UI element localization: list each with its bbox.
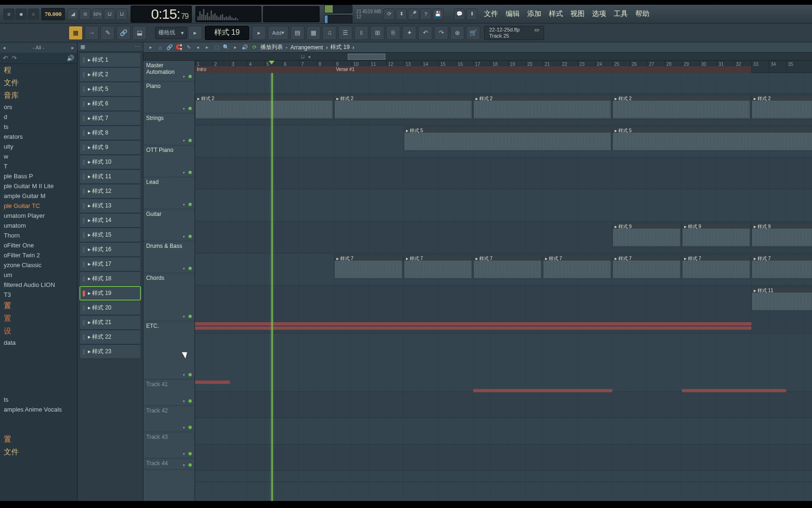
pattern-item[interactable]: ▸ 样式 14 (79, 213, 141, 228)
tempo-display[interactable]: 70.000 (41, 8, 65, 20)
track-header[interactable]: Piano▾ (143, 81, 195, 113)
automation-clip[interactable] (195, 326, 751, 330)
track-header[interactable]: Chords▾ (143, 273, 195, 321)
pattern-item[interactable]: ▸ 样式 16 (79, 242, 141, 257)
sync-icon[interactable]: ⟳ (383, 8, 395, 20)
browser-item[interactable]: yzone Classic (0, 260, 77, 270)
pl-magnet-icon[interactable]: 🧲 (175, 44, 183, 51)
play-button[interactable]: ○ (28, 8, 39, 20)
pattern-item[interactable]: ▸ 样式 20 (79, 301, 141, 315)
track-header[interactable]: Track 43▾ (143, 432, 195, 459)
browser-item[interactable]: um (0, 270, 77, 280)
browser-group[interactable]: 置 (0, 300, 77, 312)
browser-vol-icon[interactable]: 🔊 (67, 55, 74, 62)
region-marker[interactable]: Verse #1 (334, 66, 751, 73)
pattern-clip[interactable]: ▸ 样式 7 (682, 254, 750, 279)
view-plugin-icon[interactable]: ⊞ (370, 26, 384, 40)
undo-icon[interactable]: ↶ (418, 26, 432, 40)
metronome-icon[interactable]: ◢ (67, 8, 78, 20)
wait-icon[interactable]: 32¼ (92, 8, 103, 20)
automation-clip[interactable] (195, 381, 230, 384)
pattern-item[interactable]: ▸ 样式 5 (79, 82, 141, 96)
browser-item[interactable]: ple Guitar M II Lite (0, 181, 77, 191)
pattern-item[interactable]: ▸ 样式 23 (79, 344, 141, 359)
pattern-item[interactable]: ▸ 样式 7 (79, 111, 141, 126)
redo-icon[interactable]: ↷ (434, 26, 448, 40)
browser-item[interactable]: data (0, 338, 77, 348)
pl-snap-icon[interactable]: ▸ (232, 44, 239, 51)
pattern-item[interactable]: ▸ 样式 8 (79, 126, 141, 140)
play-small-icon[interactable]: ▸ (188, 26, 202, 40)
browser-item[interactable]: T (0, 161, 77, 171)
browser-item[interactable]: oFilter One (0, 240, 77, 250)
timeline-ruler[interactable]: 1234567891011121314151617181920212223242… (195, 61, 812, 73)
onekey-icon[interactable]: ⊕ (450, 26, 464, 40)
browser-group[interactable]: 文件 (0, 77, 77, 89)
pattern-item[interactable]: ▸ 样式 12 (79, 184, 141, 198)
countdown-icon[interactable]: ⧈ (79, 8, 91, 20)
menu-add[interactable]: 添加 (525, 8, 544, 19)
pattern-clip[interactable]: ▸ 样式 7 (751, 254, 812, 279)
pattern-clip[interactable]: ▸ 样式 2 (473, 95, 611, 119)
pattern-clip[interactable]: ▸ 样式 2 (612, 95, 750, 119)
browser-group[interactable]: 置 (0, 433, 77, 446)
pattern-clip[interactable]: ▸ 样式 11 (751, 286, 812, 311)
browser-item[interactable]: umatom Player (0, 211, 77, 221)
pattern-clip[interactable]: ▸ 样式 7 (334, 254, 403, 279)
pattern-item[interactable]: ▸ 样式 17 (79, 257, 141, 271)
snap-select[interactable]: 栅格线▾ (155, 27, 187, 39)
menu-patterns[interactable]: 样式 (547, 8, 565, 19)
track-header[interactable]: Guitar▾ (143, 209, 195, 241)
browser-item[interactable]: filtered Audio LION (0, 280, 77, 290)
pattern-clip[interactable]: ▸ 样式 5 (612, 127, 812, 151)
browser-item[interactable]: ts (0, 122, 77, 132)
pattern-clip[interactable]: ▸ 样式 5 (404, 127, 611, 151)
midi-icon[interactable]: ⬍ (396, 8, 407, 20)
pl-sel-icon[interactable]: ⬚ (213, 44, 220, 51)
pattern-item[interactable]: ▸ 样式 15 (79, 228, 141, 242)
pl-zoom-icon[interactable]: 🔍 (222, 44, 230, 51)
picker-view-icon[interactable]: ▦ (80, 44, 85, 50)
pl-link-icon[interactable]: 🔗 (166, 44, 173, 51)
link-icon[interactable]: 🔗 (117, 26, 131, 40)
render-icon[interactable]: ⬓ (133, 26, 147, 40)
browser-item[interactable]: uity (0, 142, 77, 151)
blend-rec-icon[interactable]: ⊔ (116, 8, 127, 20)
browser-item[interactable]: umatom (0, 221, 77, 230)
browser-item[interactable]: amples Anime Vocals (0, 405, 77, 414)
browser-item[interactable]: ts (0, 395, 77, 405)
picker-collapse-icon[interactable]: ⋯ (135, 44, 140, 50)
browser-item[interactable]: ple Bass P (0, 171, 77, 181)
automation-clip[interactable] (195, 322, 751, 325)
pattern-clip[interactable]: ▸ 样式 2 (195, 95, 333, 119)
browser-item[interactable]: ors (0, 102, 77, 112)
pattern-item[interactable]: ▸ 样式 6 (79, 96, 141, 111)
pattern-next-icon[interactable]: ▸ (252, 26, 266, 40)
browser-item[interactable]: T3 (0, 290, 77, 300)
region-marker[interactable]: Intro (195, 66, 334, 73)
browser-item[interactable]: ple Guitar TC (0, 201, 77, 211)
pattern-item[interactable]: ▸ 样式 11 (79, 169, 141, 184)
menu-options[interactable]: 选项 (590, 8, 609, 19)
arrangement-crumb[interactable]: Arrangement (290, 44, 323, 51)
pattern-clip[interactable]: ▸ 样式 2 (751, 95, 812, 119)
light-icon[interactable]: ✦ (402, 26, 416, 40)
view-mixer-icon[interactable]: ⫴ (354, 26, 368, 40)
pl-menu-icon[interactable]: ▸ (147, 44, 155, 51)
pl-right-icon[interactable]: ▸ (203, 44, 211, 51)
track-header[interactable]: Master Automation▾ (143, 61, 195, 81)
menu-edit[interactable]: 编辑 (503, 8, 522, 19)
menu-tools[interactable]: 工具 (611, 8, 630, 19)
menu-help[interactable]: 帮助 (633, 8, 652, 19)
mic-icon[interactable]: 🎤 (408, 8, 419, 20)
browser-item[interactable]: w (0, 151, 77, 161)
browser-group[interactable]: 程 (0, 64, 77, 77)
menu-file[interactable]: 文件 (482, 8, 500, 19)
browser-item[interactable]: oFilter Twin 2 (0, 250, 77, 260)
track-header[interactable]: Track 44▾ (143, 459, 195, 470)
help-icon[interactable]: ? (420, 8, 431, 20)
pattern-item[interactable]: ▸ 样式 13 (79, 198, 141, 213)
brush-icon[interactable]: ✎ (101, 26, 115, 40)
view-channel-rack-icon[interactable]: ▦ (69, 26, 83, 40)
pattern-clip[interactable]: ▸ 样式 9 (612, 222, 681, 247)
